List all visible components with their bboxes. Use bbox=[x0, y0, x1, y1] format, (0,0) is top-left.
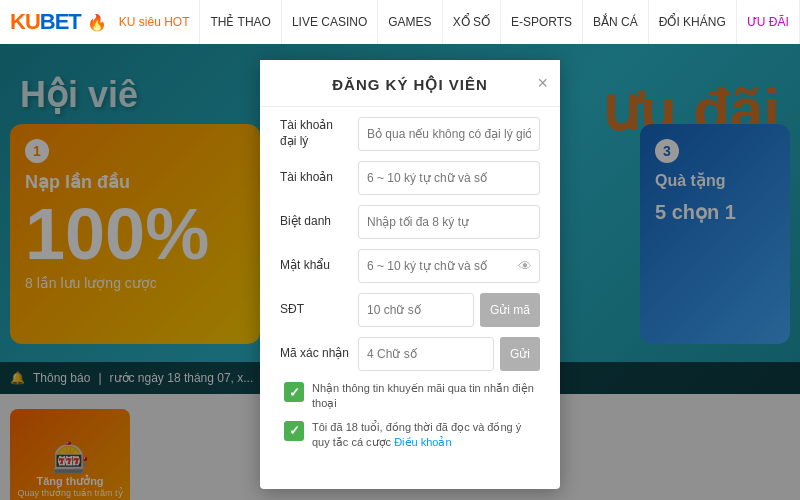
nav-link-live-casino[interactable]: LIVE CASINO bbox=[282, 0, 378, 44]
account-row: Tài khoản bbox=[280, 161, 540, 195]
agent-account-input-wrap bbox=[358, 117, 540, 151]
checkbox-promo-check[interactable] bbox=[284, 382, 304, 402]
nav-link-esports[interactable]: E-SPORTS bbox=[501, 0, 583, 44]
modal-close-button[interactable]: × bbox=[537, 74, 548, 92]
nav-link-doi-khang[interactable]: ĐỔI KHÁNG bbox=[649, 0, 737, 44]
nickname-input[interactable] bbox=[358, 205, 540, 239]
checkbox-terms-text: Tôi đã 18 tuổi, đồng thời đã đọc và đồng… bbox=[312, 420, 536, 451]
account-label: Tài khoản bbox=[280, 170, 350, 186]
verify-input-group: Gửi bbox=[358, 337, 540, 371]
verify-label: Mã xác nhận bbox=[280, 346, 350, 362]
phone-row: SĐT Gửi mã bbox=[280, 293, 540, 327]
nav-link-ban-ca[interactable]: BẮN CÁ bbox=[583, 0, 649, 44]
account-input[interactable] bbox=[358, 161, 540, 195]
phone-label: SĐT bbox=[280, 302, 350, 318]
password-row: Mật khẩu 👁 bbox=[280, 249, 540, 283]
logo-ku: KU bbox=[10, 9, 40, 34]
nickname-label: Biệt danh bbox=[280, 214, 350, 230]
account-input-wrap bbox=[358, 161, 540, 195]
send-code-button[interactable]: Gửi mã bbox=[480, 293, 540, 327]
nav-link-the-thao[interactable]: THẺ THAO bbox=[200, 0, 281, 44]
nav-link-uu-dai[interactable]: ƯU ĐÃI bbox=[737, 0, 800, 44]
verify-send-button[interactable]: Gửi bbox=[500, 337, 540, 371]
agent-account-row: Tài khoản đại lý bbox=[280, 117, 540, 151]
modal-body: Tài khoản đại lý Tài khoản Biệt danh bbox=[260, 107, 560, 469]
nav-link-xo-so[interactable]: XỔ SỐ bbox=[443, 0, 501, 44]
verify-input[interactable] bbox=[358, 337, 494, 371]
checkbox-terms-row: Tôi đã 18 tuổi, đồng thời đã đọc và đồng… bbox=[280, 420, 540, 451]
verify-row: Mã xác nhận Gửi bbox=[280, 337, 540, 371]
agent-account-label: Tài khoản đại lý bbox=[280, 118, 350, 149]
modal-title: ĐĂNG KÝ HỘI VIÊN bbox=[332, 76, 488, 93]
nav-bar: KUBET 🔥 KU siêu HOT THẺ THAO LIVE CASINO… bbox=[0, 0, 800, 44]
terms-link[interactable]: Điều khoản bbox=[394, 436, 451, 448]
logo-bet: BET bbox=[40, 9, 81, 34]
nickname-row: Biệt danh bbox=[280, 205, 540, 239]
checkbox-promo-text: Nhận thông tin khuyến mãi qua tin nhắn đ… bbox=[312, 381, 536, 412]
password-input-wrap: 👁 bbox=[358, 249, 540, 283]
nickname-input-wrap bbox=[358, 205, 540, 239]
phone-input[interactable] bbox=[358, 293, 474, 327]
password-eye-icon[interactable]: 👁 bbox=[518, 258, 532, 274]
logo[interactable]: KUBET bbox=[10, 9, 81, 35]
modal-header: ĐĂNG KÝ HỘI VIÊN × bbox=[260, 60, 560, 107]
phone-input-group: Gửi mã bbox=[358, 293, 540, 327]
nav-links: KU siêu HOT THẺ THAO LIVE CASINO GAMES X… bbox=[109, 0, 800, 44]
fire-icon: 🔥 bbox=[87, 13, 107, 32]
checkbox-promo-row: Nhận thông tin khuyến mãi qua tin nhắn đ… bbox=[280, 381, 540, 412]
password-label: Mật khẩu bbox=[280, 258, 350, 274]
checkbox-terms-check[interactable] bbox=[284, 421, 304, 441]
nav-link-ku-sieu-hot[interactable]: KU siêu HOT bbox=[109, 0, 201, 44]
nav-link-games[interactable]: GAMES bbox=[378, 0, 442, 44]
agent-account-input[interactable] bbox=[358, 117, 540, 151]
register-modal: ĐĂNG KÝ HỘI VIÊN × Tài khoản đại lý Tài … bbox=[260, 60, 560, 489]
password-input[interactable] bbox=[358, 249, 540, 283]
